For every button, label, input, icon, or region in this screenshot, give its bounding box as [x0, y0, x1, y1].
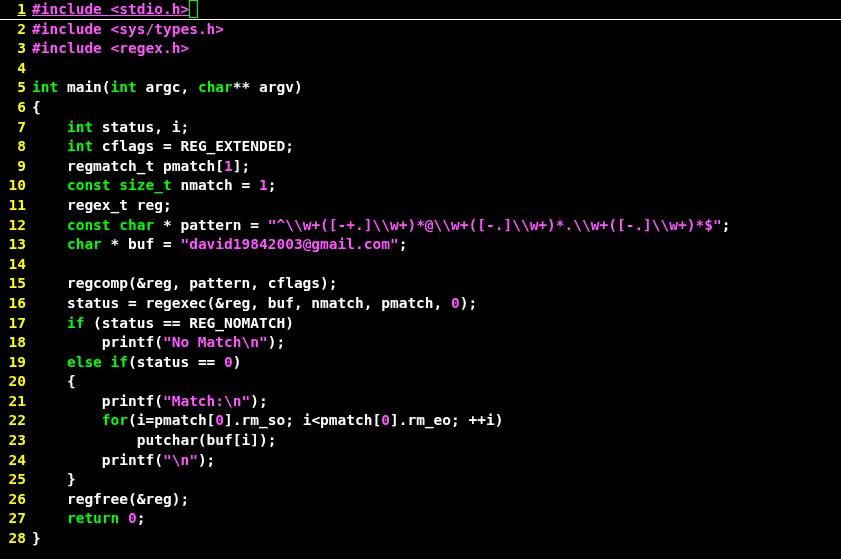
code-line[interactable]: 12 const char * pattern = "^\\w+([-+.]\\… — [0, 216, 841, 236]
code-text[interactable]: int main(int argc, char** argv) — [32, 78, 841, 98]
line-number: 26 — [0, 490, 32, 510]
code-text[interactable]: regmatch_t pmatch[1]; — [32, 157, 841, 177]
line-number: 25 — [0, 470, 32, 490]
code-text[interactable]: else if(status == 0) — [32, 353, 841, 373]
line-number: 21 — [0, 392, 32, 412]
code-text[interactable]: regex_t reg; — [32, 196, 841, 216]
code-line[interactable]: 16 status = regexec(&reg, buf, nmatch, p… — [0, 294, 841, 314]
code-line[interactable]: 20 { — [0, 372, 841, 392]
line-number: 11 — [0, 196, 32, 216]
code-text[interactable]: } — [32, 470, 841, 490]
code-line[interactable]: 15 regcomp(&reg, pattern, cflags); — [0, 274, 841, 294]
code-text[interactable]: } — [32, 529, 841, 549]
code-editor[interactable]: 1 #include <stdio.h> 2 #include <sys/typ… — [0, 0, 841, 559]
line-number: 6 — [0, 98, 32, 118]
line-number: 1 — [0, 0, 32, 20]
code-text[interactable]: { — [32, 372, 841, 392]
code-text[interactable] — [32, 255, 841, 275]
code-line[interactable]: 19 else if(status == 0) — [0, 353, 841, 373]
code-line[interactable]: 7 int status, i; — [0, 118, 841, 138]
code-line[interactable]: 13 char * buf = "david19842003@gmail.com… — [0, 235, 841, 255]
code-text[interactable]: { — [32, 98, 841, 118]
line-number: 13 — [0, 235, 32, 255]
line-number: 17 — [0, 314, 32, 334]
line-number: 5 — [0, 78, 32, 98]
code-line[interactable]: 25 } — [0, 470, 841, 490]
line-number: 22 — [0, 411, 32, 431]
line-number: 8 — [0, 137, 32, 157]
code-line[interactable]: 11 regex_t reg; — [0, 196, 841, 216]
code-line[interactable]: 18 printf("No Match\n"); — [0, 333, 841, 353]
code-line[interactable]: 28 } — [0, 529, 841, 549]
code-line[interactable]: 3 #include <regex.h> — [0, 39, 841, 59]
code-line[interactable]: 26 regfree(&reg); — [0, 490, 841, 510]
line-number: 24 — [0, 451, 32, 471]
code-line[interactable]: 2 #include <sys/types.h> — [0, 20, 841, 40]
line-number: 16 — [0, 294, 32, 314]
code-line[interactable]: 1 #include <stdio.h> — [0, 0, 841, 20]
line-number: 4 — [0, 59, 32, 79]
line-number: 23 — [0, 431, 32, 451]
line-number: 15 — [0, 274, 32, 294]
code-text[interactable]: printf("Match:\n"); — [32, 392, 841, 412]
code-text[interactable]: printf("No Match\n"); — [32, 333, 841, 353]
line-number: 9 — [0, 157, 32, 177]
code-line[interactable]: 6 { — [0, 98, 841, 118]
code-text[interactable]: regfree(&reg); — [32, 490, 841, 510]
code-text[interactable]: #include <regex.h> — [32, 39, 841, 59]
code-text[interactable]: if (status == REG_NOMATCH) — [32, 314, 841, 334]
code-text[interactable]: const char * pattern = "^\\w+([-+.]\\w+)… — [32, 216, 841, 236]
code-line[interactable]: 27 return 0; — [0, 509, 841, 529]
code-line[interactable]: 9 regmatch_t pmatch[1]; — [0, 157, 841, 177]
code-line[interactable]: 4 — [0, 59, 841, 79]
code-line[interactable]: 14 — [0, 255, 841, 275]
code-text[interactable]: int status, i; — [32, 118, 841, 138]
line-number: 14 — [0, 255, 32, 275]
code-text[interactable]: const size_t nmatch = 1; — [32, 176, 841, 196]
code-text[interactable]: #include <sys/types.h> — [32, 20, 841, 40]
code-line[interactable]: 24 printf("\n"); — [0, 451, 841, 471]
code-line[interactable]: 23 putchar(buf[i]); — [0, 431, 841, 451]
code-text[interactable]: for(i=pmatch[0].rm_so; i<pmatch[0].rm_eo… — [32, 411, 841, 431]
code-text[interactable]: putchar(buf[i]); — [32, 431, 841, 451]
line-number: 3 — [0, 39, 32, 59]
line-number: 2 — [0, 20, 32, 40]
code-text[interactable]: status = regexec(&reg, buf, nmatch, pmat… — [32, 294, 841, 314]
code-line[interactable]: 17 if (status == REG_NOMATCH) — [0, 314, 841, 334]
line-number: 27 — [0, 509, 32, 529]
code-text[interactable]: char * buf = "david19842003@gmail.com"; — [32, 235, 841, 255]
line-number: 28 — [0, 529, 32, 549]
line-number: 7 — [0, 118, 32, 138]
code-text[interactable]: regcomp(&reg, pattern, cflags); — [32, 274, 841, 294]
code-text[interactable]: int cflags = REG_EXTENDED; — [32, 137, 841, 157]
code-text[interactable]: printf("\n"); — [32, 451, 841, 471]
code-text[interactable] — [32, 59, 841, 79]
line-number: 18 — [0, 333, 32, 353]
line-number: 12 — [0, 216, 32, 236]
line-number: 20 — [0, 372, 32, 392]
line-number: 10 — [0, 176, 32, 196]
code-line[interactable]: 8 int cflags = REG_EXTENDED; — [0, 137, 841, 157]
code-line[interactable]: 10 const size_t nmatch = 1; — [0, 176, 841, 196]
code-line[interactable]: 21 printf("Match:\n"); — [0, 392, 841, 412]
line-number: 19 — [0, 353, 32, 373]
code-line[interactable]: 5 int main(int argc, char** argv) — [0, 78, 841, 98]
code-line[interactable]: 22 for(i=pmatch[0].rm_so; i<pmatch[0].rm… — [0, 411, 841, 431]
code-text[interactable]: #include <stdio.h> — [32, 0, 841, 20]
code-text[interactable]: return 0; — [32, 509, 841, 529]
text-cursor — [189, 0, 198, 18]
